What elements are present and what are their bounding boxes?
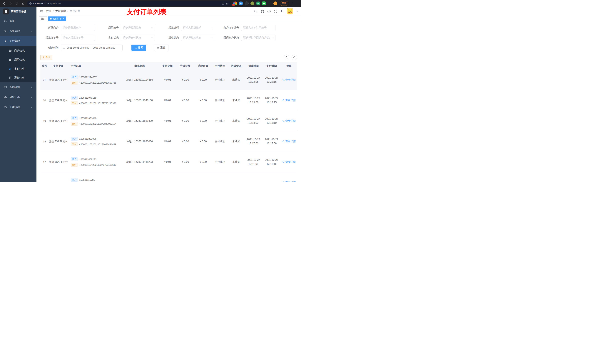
placeholder-text: 请选择支付状态 [123, 36, 141, 39]
view-detail-link[interactable]: 查看详情 [282, 140, 296, 143]
cell-create-time: 2021-10-27 13:11:08 [244, 158, 262, 166]
font-size-icon[interactable]: TT [281, 10, 284, 13]
filter-row-2: 渠道订单号 请输入渠道订单号 支付状态 请选择支付状态 退款状态 [40, 35, 297, 41]
sidebar-item-refund-order[interactable]: 退款订单 [0, 73, 36, 82]
chevron-down-icon [211, 37, 213, 39]
export-button[interactable]: 导出 [40, 55, 52, 60]
extension-check-icon[interactable] [256, 1, 260, 5]
url-bar[interactable]: localhost:1024/pay/order [27, 1, 231, 6]
extension-drop-icon[interactable] [239, 1, 243, 5]
close-icon[interactable]: ✕ [63, 18, 64, 20]
sidebar-item-merchant-info[interactable]: 商户信息 [0, 46, 36, 55]
fullscreen-icon[interactable] [274, 10, 278, 13]
search-button[interactable]: 搜索 [131, 45, 146, 51]
cell-pay-time: 2021-10-27 13:17:08 [262, 137, 281, 145]
tab-home[interactable]: 首页 [39, 16, 47, 21]
breadcrumb-pay-management[interactable]: 支付管理 [55, 10, 66, 13]
view-detail-link[interactable]: 查看详情 [282, 78, 296, 82]
sidebar-item-workflow[interactable]: 工作流程 [0, 102, 36, 112]
extension-pin-icon[interactable] [268, 1, 272, 5]
browser-chrome: localhost:1024/pay/order 10 [0, 0, 301, 7]
refund-status-select[interactable]: 请选择退款状态 [181, 35, 215, 41]
date-range-input[interactable]: 2021-10-01 00:00:00 - 2021-10-31 23:59:5… [61, 45, 123, 51]
help-icon[interactable]: ? [268, 10, 271, 13]
download-icon [43, 56, 45, 58]
forward-icon[interactable] [8, 1, 13, 6]
cell-pay-time: 2021-10-27 13:19:15 [262, 96, 281, 104]
view-detail-link[interactable]: 查看详情 [282, 160, 296, 164]
cell-refund: ￥0.00 [194, 160, 212, 164]
filter-label: 应用编号 [100, 26, 121, 29]
filter-label: 渠道订单号 [40, 36, 61, 39]
chrome-update-button[interactable]: 更新 [280, 1, 288, 6]
cell-pay-order: 商户 1635311823086 支付 42000011672021102710… [68, 137, 121, 146]
extension-chat-icon[interactable] [262, 1, 266, 5]
filter-field-channel-order-no: 渠道订单号 请输入渠道订单号 [40, 35, 95, 41]
cell-action: 查看详情 [281, 78, 297, 82]
channel-order-no-input[interactable]: 请输入渠道订单号 [61, 35, 95, 41]
chevron-down-icon [151, 37, 153, 39]
extension-colorful-icon[interactable]: 10 [233, 1, 237, 5]
sidebar-item-infrastructure[interactable]: 基础设施 [0, 82, 36, 92]
pay-order-no: 4200001194202110276752100612 [79, 164, 117, 166]
refresh-table-button[interactable] [291, 54, 297, 60]
pay-order-no: 4200001167202110271022491439 [79, 143, 117, 146]
view-detail-link[interactable]: 查看详情 [282, 119, 296, 123]
cell-id: 20 [40, 99, 49, 102]
sidebar-item-label: 基础设施 [10, 86, 20, 89]
notify-status-select[interactable]: 请选择订单回调商户状态 [241, 35, 275, 41]
filter-label: 支付状态 [100, 36, 121, 39]
view-detail-label: 查看详情 [285, 78, 296, 82]
col-action: 操作 [281, 64, 297, 68]
sidebar-item-payment[interactable]: ¥ 支付管理 [0, 36, 36, 46]
view-detail-label: 查看详情 [285, 160, 296, 164]
search-icon[interactable] [254, 10, 258, 13]
sidebar-item-system[interactable]: 系统管理 [0, 26, 36, 36]
sidebar-fold-icon[interactable] [39, 10, 43, 13]
view-detail-link[interactable]: 查看详情 [282, 99, 296, 102]
pay-clock: 13:18:10 [262, 121, 281, 125]
extension-dark-icon[interactable] [245, 1, 249, 5]
cell-refund: ￥0.00 [194, 99, 212, 102]
home-icon[interactable] [21, 1, 26, 6]
extension-olive-icon[interactable] [250, 1, 254, 5]
top-navbar: 首页 / 支付管理 / 支付订单 ? [36, 7, 301, 16]
magnifier-icon [282, 161, 285, 163]
reload-icon[interactable] [14, 1, 19, 6]
sidebar-logo[interactable]: 芋道管理系统 [0, 7, 36, 16]
cell-refund: ￥0.00 [194, 78, 212, 82]
avatar-caret-icon[interactable] [296, 11, 298, 12]
breadcrumb-separator: / [53, 10, 54, 13]
cell-pay-order: 商户 163531115786 支付 [68, 178, 121, 182]
sidebar-item-app-info[interactable]: 应用信息 [0, 55, 36, 64]
sidebar-item-dev-tools[interactable]: 研发工具 [0, 92, 36, 102]
pay-status-select[interactable]: 请选择支付状态 [121, 35, 155, 41]
chevron-up-icon [31, 40, 33, 42]
cell-pay-time: 2021-10-27 13:18:10 [262, 117, 281, 125]
app-id-select[interactable]: 请选择应用信息 [121, 25, 155, 31]
magnifier-icon [282, 181, 285, 182]
pay-order-no: 4200001181202110277723215336 [79, 102, 117, 105]
breadcrumb-home[interactable]: 首页 [46, 10, 51, 13]
merchant-order-no-input[interactable]: 请输入商户订单编号 [241, 25, 275, 31]
tab-pay-order[interactable]: 支付订单 ✕ [48, 16, 66, 21]
chrome-menu-icon[interactable]: ⋮ [290, 2, 294, 5]
reset-button[interactable]: 重置 [154, 45, 168, 51]
sidebar-item-home[interactable]: 首页 [0, 16, 36, 26]
placeholder-text: 请选择所属商户 [63, 26, 81, 29]
pay-date: 2021-10-27 [262, 137, 281, 142]
pay-tag: 支付 [71, 163, 78, 167]
sidebar-item-pay-order[interactable]: 支付订单 [0, 64, 36, 73]
view-detail-link[interactable]: 查看详情 [282, 181, 296, 182]
filter-label: 渠道编码 [161, 26, 181, 29]
user-avatar[interactable] [287, 8, 293, 14]
channel-code-select[interactable]: 请输入渠道编码 [181, 25, 215, 31]
merchant-select[interactable]: 请选择所属商户 [61, 25, 95, 31]
toggle-search-button[interactable] [284, 54, 289, 60]
share-icon[interactable] [222, 2, 224, 5]
bookmark-star-icon[interactable] [226, 2, 228, 5]
back-icon[interactable] [2, 1, 7, 6]
github-icon[interactable] [261, 10, 264, 13]
view-detail-label: 查看详情 [285, 119, 296, 123]
profile-avatar-icon[interactable] [273, 1, 277, 5]
